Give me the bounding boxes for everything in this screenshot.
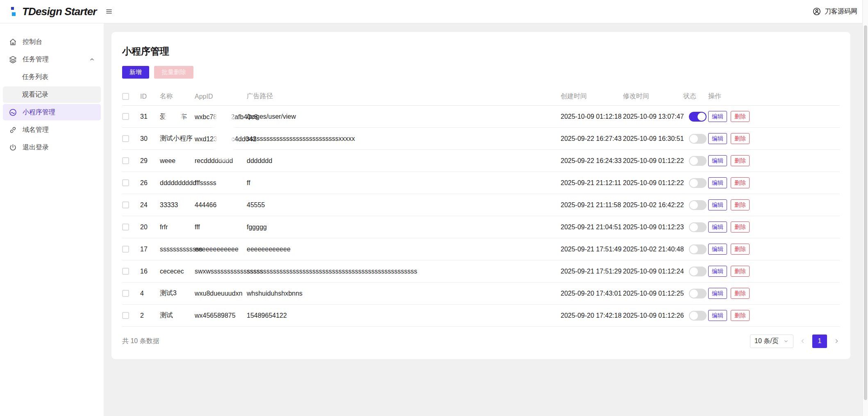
cell-appid: fff <box>195 224 247 231</box>
row-checkbox[interactable] <box>122 224 129 231</box>
next-page-button[interactable] <box>833 338 840 344</box>
col-actions: 操作 <box>708 92 840 101</box>
menu-collapse-icon[interactable] <box>105 7 113 16</box>
status-toggle[interactable] <box>689 267 707 276</box>
status-toggle[interactable] <box>689 112 707 122</box>
table-row: 2 测试 wx456589875 15489654122 2025-09-20 … <box>122 305 840 327</box>
delete-button[interactable]: 删除 <box>731 133 750 144</box>
col-id: ID <box>140 93 160 100</box>
status-toggle[interactable] <box>689 244 707 254</box>
row-checkbox[interactable] <box>122 268 129 275</box>
cell-created: 2025-09-20 17:43:01 <box>561 290 623 297</box>
cell-modified: 2025-10-09 01:12:23 <box>623 224 683 231</box>
edit-button[interactable]: 编辑 <box>708 133 727 144</box>
row-checkbox[interactable] <box>122 135 129 142</box>
status-toggle[interactable] <box>689 178 707 188</box>
sidebar-item-5[interactable]: 域名管理 <box>3 122 101 138</box>
page-size-select[interactable]: 10 条/页 <box>750 335 793 348</box>
cell-modified: 2025-10-09 01:12:24 <box>623 268 683 275</box>
cell-appid: wx456589875 <box>195 312 247 319</box>
cell-name: 33333 <box>160 201 195 209</box>
select-all-checkbox[interactable] <box>122 93 129 100</box>
scrollbar-thumb[interactable] <box>864 25 867 400</box>
edit-button[interactable]: 编辑 <box>708 155 727 166</box>
row-checkbox[interactable] <box>122 179 129 186</box>
row-checkbox[interactable] <box>122 312 129 319</box>
delete-button[interactable]: 删除 <box>731 177 750 188</box>
cell-id: 29 <box>140 157 160 165</box>
table-body: 31 爱车 wxbc782afb40c8 /pages/user/view 20… <box>122 106 840 327</box>
sidebar-item-label: 观看记录 <box>22 90 48 99</box>
sidebar-item-label: 控制台 <box>23 38 42 46</box>
edit-button[interactable]: 编辑 <box>708 199 727 210</box>
cell-created: 2025-09-22 16:27:43 <box>561 135 623 142</box>
cell-modified: 2025-10-09 01:12:22 <box>623 179 683 187</box>
sidebar-item-0[interactable]: 控制台 <box>3 34 101 50</box>
cell-name: 测试小程序 <box>160 134 195 143</box>
edit-button[interactable]: 编辑 <box>708 244 727 255</box>
status-toggle[interactable] <box>689 222 707 232</box>
batch-delete-button[interactable]: 批量删除 <box>154 66 193 79</box>
cell-name: dddddddddd <box>160 179 195 187</box>
sidebar-item-2[interactable]: 任务列表 <box>3 69 101 85</box>
row-checkbox[interactable] <box>122 113 129 120</box>
cell-created: 2025-09-21 17:51:29 <box>561 268 623 275</box>
sidebar-item-label: 域名管理 <box>23 126 49 134</box>
table-row: 20 frfr fff fggggg 2025-09-21 21:04:51 2… <box>122 216 840 238</box>
edit-button[interactable]: 编辑 <box>708 310 727 321</box>
sidebar-item-4[interactable]: 小程序管理 <box>3 104 101 120</box>
edit-button[interactable]: 编辑 <box>708 288 727 299</box>
cell-path: fggggg <box>247 224 561 231</box>
edit-button[interactable]: 编辑 <box>708 222 727 233</box>
delete-button[interactable]: 删除 <box>731 266 750 277</box>
row-checkbox[interactable] <box>122 157 129 164</box>
home-icon <box>9 38 17 46</box>
status-toggle[interactable] <box>689 289 707 298</box>
edit-button[interactable]: 编辑 <box>708 111 727 122</box>
row-checkbox[interactable] <box>122 290 129 297</box>
cell-appid: wxu8dueuuudxn <box>195 290 247 297</box>
prev-page-button[interactable] <box>800 338 806 344</box>
cell-id: 30 <box>140 135 160 142</box>
col-modified: 修改时间 <box>623 92 683 101</box>
table-footer: 共 10 条数据 10 条/页 1 <box>122 327 840 353</box>
user-menu[interactable]: 刀客源码网 <box>812 7 857 16</box>
row-checkbox[interactable] <box>122 201 129 208</box>
row-checkbox[interactable] <box>122 246 129 253</box>
cell-appid: eeeeeeeeeeee <box>195 246 247 253</box>
sidebar-item-label: 任务列表 <box>22 73 48 81</box>
delete-button[interactable]: 删除 <box>731 155 750 166</box>
sidebar-item-3[interactable]: 观看记录 <box>3 86 101 103</box>
sidebar-item-6[interactable]: 退出登录 <box>3 139 101 156</box>
cell-path: ssssssssssssssssssssssssssssxxxxx <box>247 135 561 142</box>
add-button[interactable]: 新增 <box>122 66 149 79</box>
delete-button[interactable]: 删除 <box>731 111 750 122</box>
col-appid: AppID <box>195 93 247 100</box>
content-card: 小程序管理 新增 批量删除 ID 名称 AppID 广告路径 创建时间 修改时间… <box>111 32 850 359</box>
censored-blur <box>217 113 231 121</box>
delete-button[interactable]: 删除 <box>731 244 750 255</box>
cell-name: frfr <box>160 224 195 231</box>
col-status: 状态 <box>683 92 708 101</box>
cell-modified: 2025-10-09 13:07:47 <box>623 113 683 120</box>
status-toggle[interactable] <box>689 200 707 210</box>
cell-name: 测试 <box>160 311 195 320</box>
delete-button[interactable]: 删除 <box>731 310 750 321</box>
delete-button[interactable]: 删除 <box>731 222 750 233</box>
edit-button[interactable]: 编辑 <box>708 177 727 188</box>
cell-modified: 2025-10-09 01:12:22 <box>623 157 683 165</box>
delete-button[interactable]: 删除 <box>731 199 750 210</box>
cell-name: cececec <box>160 268 195 275</box>
status-toggle[interactable] <box>689 156 707 166</box>
status-toggle[interactable] <box>689 311 707 321</box>
miniapp-table: ID 名称 AppID 广告路径 创建时间 修改时间 状态 操作 31 爱车 w… <box>122 88 840 327</box>
page-number-button[interactable]: 1 <box>812 335 827 348</box>
cell-id: 24 <box>140 201 160 209</box>
delete-button[interactable]: 删除 <box>731 288 750 299</box>
edit-button[interactable]: 编辑 <box>708 266 727 277</box>
cell-path: 15489654122 <box>247 312 561 319</box>
scrollbar[interactable] <box>862 0 868 416</box>
status-toggle[interactable] <box>689 134 707 144</box>
sidebar-item-1[interactable]: 任务管理 <box>3 51 101 68</box>
user-avatar-icon <box>812 7 821 16</box>
